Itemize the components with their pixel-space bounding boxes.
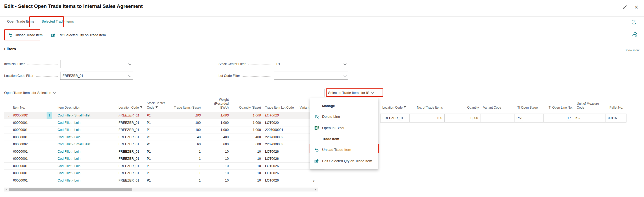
cell-location[interactable]: FREEZER_01 <box>116 142 145 146</box>
cell-item_no[interactable]: 00000001 <box>11 164 43 168</box>
horizontal-scrollbar[interactable] <box>4 188 318 191</box>
scrollbar-thumb[interactable] <box>9 188 132 191</box>
cell-location[interactable]: FREEZER_01 <box>116 150 145 153</box>
column-header-ti_open_line[interactable]: TI Open Line No. <box>545 97 575 112</box>
unpin-icon[interactable] <box>632 31 637 37</box>
cell-desc[interactable]: Cod Fillet - Loin <box>55 179 116 182</box>
cell-qty[interactable]: 10 <box>231 171 263 175</box>
column-header-no_trade_items[interactable]: No. of Trade Items <box>410 97 445 112</box>
cell-trade_items[interactable]: 100 <box>167 128 203 132</box>
cell-qty[interactable]: 1,000 <box>231 121 263 125</box>
cell-location[interactable]: FREEZER_01 <box>380 114 410 123</box>
table-row[interactable]: →00000002⋮Cod Fillet - Small FilletFREEZ… <box>4 112 324 119</box>
cell-trade_items[interactable]: 1 <box>167 150 203 153</box>
cell-desc[interactable]: Cod Fillet - Loin <box>55 164 116 168</box>
chevron-down-icon[interactable] <box>344 62 346 65</box>
table-row[interactable]: 00000001Cod Fillet - LoinFREEZER_01P1110… <box>4 148 324 156</box>
cell-trade_items[interactable]: 40 <box>167 135 203 139</box>
filter-combobox[interactable]: FREEZER_01 <box>60 72 133 80</box>
filter-combobox[interactable] <box>274 72 348 80</box>
filter-value[interactable]: FREEZER_01 <box>63 74 128 78</box>
cell-lot[interactable]: LOT0020 <box>263 114 298 117</box>
cell-menu[interactable]: ⋮ <box>43 112 55 119</box>
cell-lot[interactable]: LOT0026 <box>263 164 298 168</box>
cell-qty[interactable]: 10 <box>231 150 263 153</box>
column-header-item_no[interactable]: Item No. <box>11 97 43 112</box>
cell-stock_center[interactable]: P1 <box>145 142 167 146</box>
cell-qty[interactable]: 10 <box>231 164 263 168</box>
cell-weight[interactable]: 1,000 <box>203 121 231 125</box>
cell-item_no[interactable]: 00000001 <box>11 121 43 125</box>
cell-desc[interactable]: Cod Fillet - Small Fillet <box>55 114 116 117</box>
cell-desc[interactable]: Cod Fillet - Loin <box>55 135 116 139</box>
scroll-down-hint-icon[interactable]: ▾ <box>313 179 315 183</box>
cell-item_no[interactable]: 00000001 <box>11 179 43 182</box>
table-row[interactable]: 00000001Cod Fillet - LoinFREEZER_01P1110… <box>4 177 324 184</box>
cell-desc[interactable]: Cod Fillet - Loin <box>55 128 116 132</box>
cell-trade_items[interactable]: 60 <box>167 142 203 146</box>
unload-trade-item-button[interactable]: Unload Trade Item <box>4 29 47 40</box>
cell-item_no[interactable]: 00000001 <box>11 135 43 139</box>
left-grid-caption[interactable]: Open Trade Items for Selection <box>4 91 55 95</box>
cell-weight[interactable]: 10 <box>203 150 231 153</box>
cell-trade_items[interactable]: 1 <box>167 164 203 168</box>
cell-location[interactable]: FREEZER_01 <box>116 135 145 139</box>
column-header-menu[interactable] <box>43 97 55 112</box>
table-row[interactable]: FREEZER_011001,000PS117KG00116 <box>380 114 628 123</box>
cell-variant[interactable] <box>480 114 514 123</box>
cell-lot[interactable]: 2207000002 <box>263 135 298 139</box>
column-header-location[interactable]: Location Code <box>116 97 145 112</box>
filter-value[interactable]: P1 <box>276 62 344 66</box>
table-row[interactable]: 00000001Cod Fillet - LoinFREEZER_01P1100… <box>4 119 324 127</box>
cell-item_no[interactable]: 00000002 <box>11 114 43 117</box>
show-more-link[interactable]: Show more <box>625 49 640 52</box>
cell-qty[interactable]: 10 <box>231 157 263 161</box>
cell-uom[interactable]: KG <box>573 114 606 123</box>
cell-weight[interactable]: 1,000 <box>203 114 231 117</box>
tab-selected-trade-items[interactable]: Selected Trade Items <box>41 18 74 26</box>
filter-combobox[interactable]: P1 <box>274 60 348 68</box>
column-header-variant[interactable]: Variant Code <box>481 97 515 112</box>
cell-stock_center[interactable]: P1 <box>145 157 167 161</box>
scrollbar-right-arrow[interactable] <box>315 189 317 191</box>
column-header-trade_items[interactable]: Trade Items (Base) <box>167 97 203 112</box>
info-icon[interactable]: i <box>632 20 636 24</box>
table-row[interactable]: 00000001Cod Fillet - LoinFREEZER_01P1110… <box>4 170 324 177</box>
cell-location[interactable]: FREEZER_01 <box>116 121 145 125</box>
cell-lot[interactable]: LOT0026 <box>263 179 298 182</box>
cell-trade_items[interactable]: 100 <box>167 114 203 117</box>
table-row[interactable]: 00000001Cod Fillet - LoinFREEZER_01P1404… <box>4 134 324 141</box>
cell-item_no[interactable]: 00000001 <box>11 150 43 153</box>
cell-stock_center[interactable]: P1 <box>145 121 167 125</box>
scrollbar-left-arrow[interactable] <box>5 189 7 191</box>
cell-weight[interactable]: 10 <box>203 157 231 161</box>
cell-stock_center[interactable]: P1 <box>145 114 167 117</box>
cell-pallet[interactable]: 00116 <box>606 114 626 123</box>
table-row[interactable]: 00000001Cod Fillet - LoinFREEZER_01P1100… <box>4 126 324 134</box>
column-header-ti_open_stage[interactable]: TI Open Stage <box>515 97 545 112</box>
cell-item_no[interactable]: 00000001 <box>11 157 43 161</box>
column-header-quantity[interactable]: Quantity <box>445 97 481 112</box>
cell-desc[interactable]: Cod Fillet - Loin <box>55 150 116 153</box>
right-grid-caption-dropdown[interactable]: Selected Trade Items for IS <box>328 91 373 95</box>
cell-stock_center[interactable]: P1 <box>145 171 167 175</box>
cell-qty[interactable]: 1,000 <box>231 128 263 132</box>
cell-desc[interactable]: Cod Fillet - Loin <box>55 121 116 125</box>
column-header-uom[interactable]: Unit of Measure Code <box>575 97 607 112</box>
cell-trade_items[interactable]: 1 <box>167 157 203 161</box>
menu-item-unload-trade-item[interactable]: Unload Trade Item <box>310 144 378 155</box>
column-header-marker[interactable] <box>4 97 11 112</box>
table-row[interactable]: 00000001Cod Fillet - LoinFREEZER_01P1110… <box>4 163 324 170</box>
cell-stock_center[interactable]: P1 <box>145 179 167 182</box>
cell-weight[interactable]: 10 <box>203 164 231 168</box>
cell-trade_items[interactable]: 1 <box>167 179 203 182</box>
cell-stock_center[interactable]: P1 <box>145 135 167 139</box>
cell-lot[interactable]: LOT0020 <box>263 121 298 125</box>
row-ellipsis-menu-button[interactable]: ⋮ <box>47 112 52 119</box>
cell-item_no[interactable]: 00000001 <box>11 171 43 175</box>
column-header-pallet[interactable]: Pallet No. <box>607 97 628 112</box>
cell-desc[interactable]: Cod Fillet - Small Fillet <box>55 142 116 146</box>
cell-ti_open_line[interactable]: 17 <box>543 114 573 123</box>
cell-weight[interactable]: 600 <box>203 142 231 146</box>
menu-item-edit-selected-qty-on-trade-item[interactable]: Edit Selected Qty on Trade Item <box>310 155 378 167</box>
